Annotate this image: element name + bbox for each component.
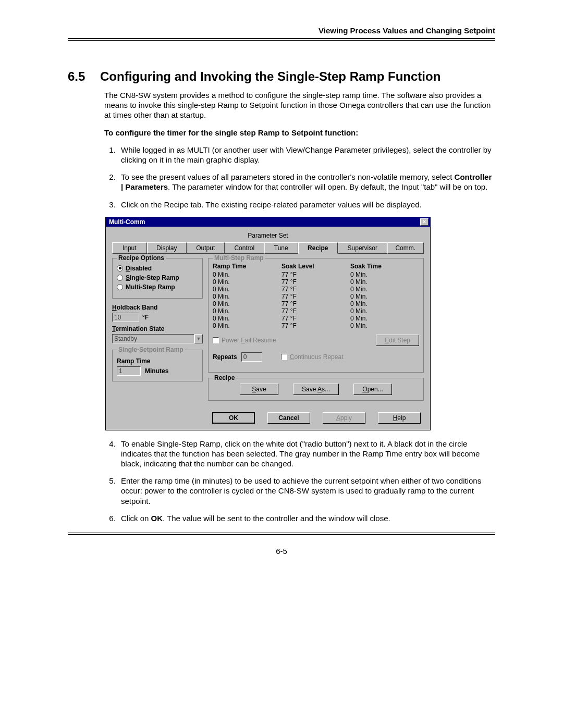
save-button[interactable]: Save (240, 384, 278, 395)
continuous-repeat-check[interactable]: Continuous Repeat (281, 353, 344, 361)
step-2: To see the present values of all paramet… (118, 172, 495, 192)
recipe-options-legend: Recipe Options (117, 254, 166, 262)
termination-dropdown[interactable]: Standby ▼ (112, 334, 203, 343)
radio-single-step[interactable]: Single-Step Ramp (117, 274, 198, 281)
tab-output[interactable]: Output (187, 242, 225, 254)
recipe-options-group: Recipe Options Disabled Single-Step Ramp… (112, 258, 203, 299)
ramp-time-input[interactable]: 1 (117, 366, 141, 376)
msr-row: 0 Min.77 °F0 Min. (213, 278, 419, 286)
msr-row: 0 Min.77 °F0 Min. (213, 293, 419, 300)
holdback-label: Holdback Band (112, 304, 203, 311)
cancel-button[interactable]: Cancel (267, 412, 310, 424)
recipe-legend: Recipe (213, 374, 236, 381)
msr-row: 0 Min.77 °F0 Min. (213, 300, 419, 307)
termination-state-label: Termination State (112, 325, 203, 332)
tab-input[interactable]: Input (112, 242, 147, 254)
step-3: Click on the Recipe tab. The existing re… (118, 200, 495, 209)
repeats-input[interactable]: 0 (241, 352, 262, 362)
col-soak-time: Soak Time (350, 263, 419, 270)
radio-disabled[interactable]: Disabled (117, 265, 198, 272)
edit-step-button[interactable]: Edit Step (376, 335, 419, 346)
repeats-label: Repeats (213, 353, 237, 361)
apply-button[interactable]: Apply (323, 412, 365, 424)
page-header-right: Viewing Process Values and Changing Setp… (68, 26, 495, 35)
chevron-down-icon[interactable]: ▼ (194, 334, 203, 343)
footer-rule-thin (68, 533, 495, 533)
intro-paragraph: The CN8-SW system provides a method to c… (104, 90, 495, 120)
sspr-legend: Single-Setpoint Ramp (117, 346, 185, 353)
footer-rule-thick (68, 534, 495, 535)
ok-button[interactable]: OK (212, 412, 255, 424)
step-6: Click on OK. The value will be sent to t… (118, 513, 495, 523)
msr-row: 0 Min.77 °F0 Min. (213, 322, 419, 329)
checkbox-icon (213, 337, 219, 343)
multi-step-ramp-group: Multi-Step Ramp Ramp Time Soak Level Soa… (208, 258, 424, 373)
procedure-subheading: To configure the timer for the single st… (104, 128, 495, 138)
header-rule-thin (68, 40, 495, 41)
col-soak-level: Soak Level (282, 263, 350, 270)
msr-legend: Multi-Step Ramp (213, 254, 265, 262)
header-rule-thick (68, 38, 495, 39)
tab-recipe[interactable]: Recipe (298, 242, 338, 254)
section-title: Configuring and Invoking the Single-Step… (100, 69, 440, 84)
single-setpoint-ramp-group: Single-Setpoint Ramp Ramp Time 1 Minutes (112, 350, 203, 381)
help-button[interactable]: Help (378, 412, 421, 424)
msr-row: 0 Min.77 °F0 Min. (213, 315, 419, 322)
tab-supervisor[interactable]: Supervisor (338, 242, 387, 254)
tab-control[interactable]: Control (225, 242, 265, 254)
window-title: Multi-Comm (109, 218, 145, 226)
holdback-unit: °F (142, 314, 149, 321)
col-ramp-time: Ramp Time (213, 263, 282, 270)
step-1: While logged in as MULTI (or another use… (118, 145, 495, 165)
holdback-input[interactable]: 10 (112, 313, 139, 322)
titlebar: Multi-Comm × (106, 217, 430, 227)
tab-comm[interactable]: Comm. (387, 242, 424, 254)
recipe-group: Recipe Save Save As... Open... (208, 378, 424, 401)
section-number: 6.5 (68, 69, 89, 84)
parameter-set-label: Parameter Set (112, 232, 424, 239)
tab-tune[interactable]: Tune (264, 242, 298, 254)
radio-icon (117, 284, 123, 290)
radio-icon (117, 265, 123, 272)
msr-row: 0 Min.77 °F0 Min. (213, 271, 419, 278)
checkbox-icon (281, 354, 287, 360)
ramp-time-unit: Minutes (145, 367, 168, 375)
step-4: To enable Single-Step Ramp, click on the… (118, 439, 495, 469)
tab-strip: Input Display Output Control Tune Recipe… (112, 242, 424, 254)
msr-row: 0 Min.77 °F0 Min. (213, 307, 419, 315)
page-number: 6-5 (68, 547, 495, 556)
radio-icon (117, 275, 123, 281)
ramp-time-label: Ramp Time (117, 357, 198, 365)
save-as-button[interactable]: Save As... (293, 384, 339, 395)
msr-row: 0 Min.77 °F0 Min. (213, 286, 419, 293)
tab-display[interactable]: Display (147, 242, 187, 254)
multi-comm-window: Multi-Comm × Parameter Set Input Display… (105, 217, 431, 430)
close-icon[interactable]: × (420, 218, 429, 226)
termination-value: Standby (112, 334, 194, 343)
step-5: Enter the ramp time (in minutes) to be u… (118, 476, 495, 506)
power-fail-resume-check[interactable]: Power Fail Resume (213, 337, 276, 344)
open-button[interactable]: Open... (353, 384, 392, 395)
radio-multi-step[interactable]: Multi-Step Ramp (117, 283, 198, 291)
